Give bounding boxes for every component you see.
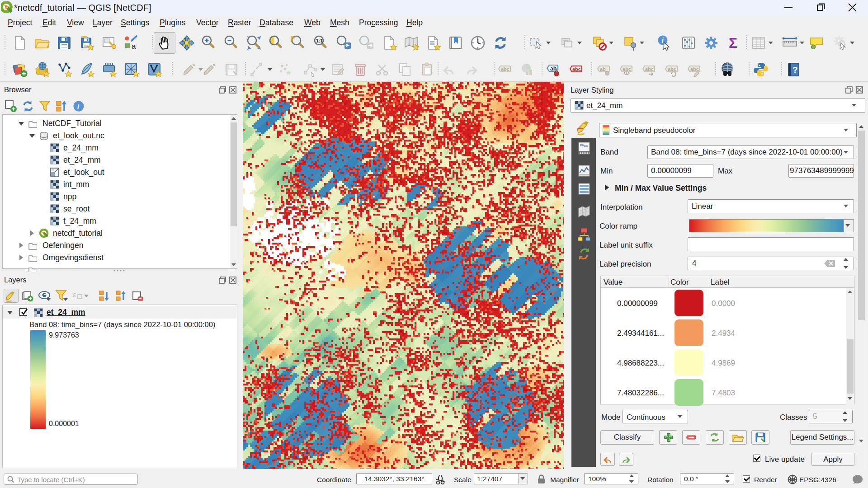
svg-text:i: i xyxy=(662,37,664,44)
svg-text:a: a xyxy=(132,42,136,51)
svg-text:ε: ε xyxy=(73,291,76,299)
svg-text:abc: abc xyxy=(572,66,581,72)
svg-text:1:1: 1:1 xyxy=(316,38,323,43)
svg-text:abc: abc xyxy=(645,66,654,72)
svg-text:abc: abc xyxy=(501,66,509,72)
svg-text:?: ? xyxy=(793,65,798,75)
svg-text:Σ: Σ xyxy=(729,35,737,51)
svg-text:abc: abc xyxy=(668,66,676,72)
svg-text:abc: abc xyxy=(690,66,699,72)
svg-text:ab: ab xyxy=(550,66,557,72)
svg-text:abc: abc xyxy=(623,66,631,72)
svg-text:ab: ab xyxy=(600,66,606,72)
